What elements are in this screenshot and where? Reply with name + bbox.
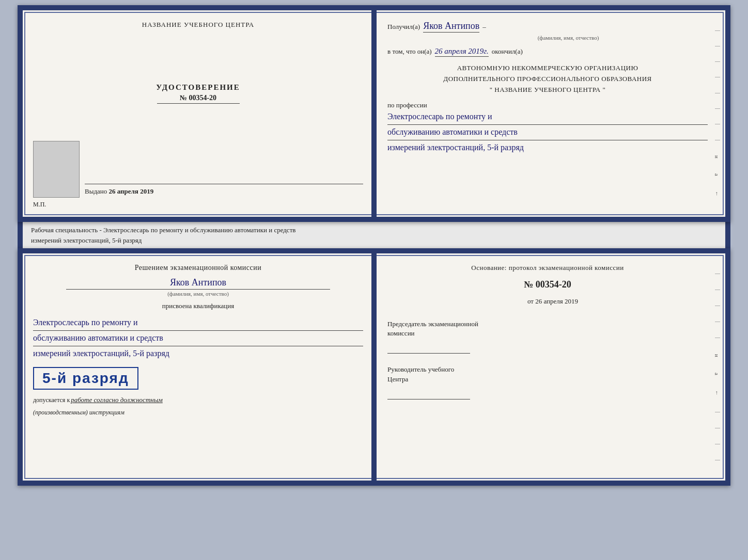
org-line3: " НАЗВАНИЕ УЧЕБНОГО ЦЕНТРА ": [387, 85, 708, 95]
qual-line1: Электрослесарь по ремонту и: [33, 315, 363, 331]
leader-sig-line: [387, 388, 470, 399]
issued-date: 26 апреля 2019: [109, 187, 154, 195]
profession-label: по профессии: [387, 101, 708, 109]
fio-hint-bottom: (фамилия, имя, отчество): [167, 291, 229, 297]
chairman-title: Председатель экзаменационной комиссии: [387, 319, 708, 338]
chairman-sig-line: [387, 342, 470, 354]
assigned-label: присвоена квалификация: [33, 302, 363, 310]
completed-suffix: окончил(а): [492, 47, 523, 56]
cert-label: УДОСТОВЕРЕНИЕ: [156, 83, 240, 92]
allowed-text2: (производственным) инструкциям: [33, 409, 124, 416]
basis-label: Основание: протокол экзаменационной коми…: [387, 264, 708, 272]
qual-line3: измерений электростанций, 5-й разряд: [33, 346, 363, 361]
from-date: от 26 апреля 2019: [387, 297, 708, 306]
protocol-number: № 00354-20: [387, 279, 708, 290]
org-line1: АВТОНОМНУЮ НЕКОММЕРЧЕСКУЮ ОРГАНИЗАЦИЮ: [387, 63, 708, 74]
decision-text: Решением экзаменационной комиссии: [33, 264, 363, 272]
leader-title: Руководитель учебного Центра: [387, 365, 708, 383]
profession-line3: измерений электростанций, 5-й разряд: [387, 140, 708, 155]
recipient-name-bottom: Яков Антипов: [66, 277, 330, 290]
specialty-text: Рабочая специальность - Электрослесарь п…: [18, 222, 730, 248]
profession-line1: Электрослесарь по ремонту и: [387, 109, 708, 125]
issued-prefix: Выдано: [85, 187, 107, 195]
deco-lines-right-bottom: и а ←: [712, 266, 720, 468]
in-that-line: в том, что он(а): [387, 47, 432, 56]
allowed-text: работе согласно должностным: [71, 396, 163, 404]
allowed-prefix: допускается к: [33, 396, 70, 404]
received-prefix: Получил(а): [387, 23, 420, 31]
completed-date: 26 апреля 2019г.: [435, 47, 489, 57]
org-line2: ДОПОЛНИТЕЛЬНОГО ПРОФЕССИОНАЛЬНОГО ОБРАЗО…: [387, 74, 708, 85]
fio-hint-top: (фамилия, имя, отчество): [387, 35, 708, 41]
photo-placeholder: [33, 141, 80, 198]
qual-line2: обслуживанию автоматики и средств: [33, 331, 363, 346]
cert-number: № 00354-20: [157, 94, 240, 104]
rank-badge: 5-й разряд: [42, 370, 129, 387]
institution-name-top: НАЗВАНИЕ УЧЕБНОГО ЦЕНТРА: [142, 21, 254, 29]
deco-lines-right: и а ←: [712, 23, 720, 204]
mp-label: М.П.: [33, 201, 363, 209]
recipient-name-top: Яков Антипов: [423, 21, 479, 33]
profession-line2: обслуживанию автоматики и средств: [387, 125, 708, 140]
